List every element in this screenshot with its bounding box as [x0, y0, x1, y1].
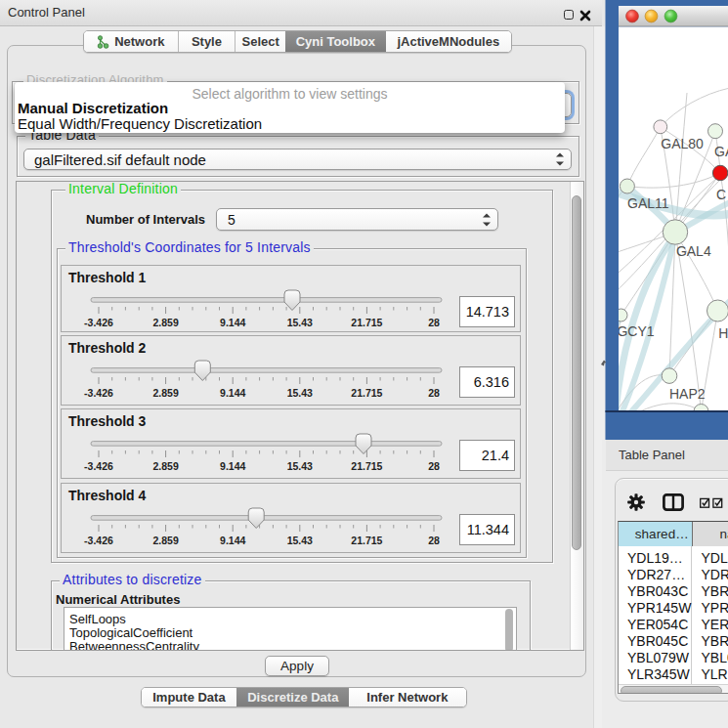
svg-text:GAL4: GAL4 [676, 243, 711, 259]
svg-text:GCY1: GCY1 [617, 323, 654, 339]
svg-text:C: C [716, 187, 726, 202]
svg-text:H: H [718, 325, 728, 341]
svg-text:HAP2: HAP2 [669, 386, 706, 402]
svg-text:GA: GA [714, 144, 728, 159]
svg-text:GAL11: GAL11 [627, 195, 669, 211]
svg-text:GAL80: GAL80 [661, 136, 704, 151]
